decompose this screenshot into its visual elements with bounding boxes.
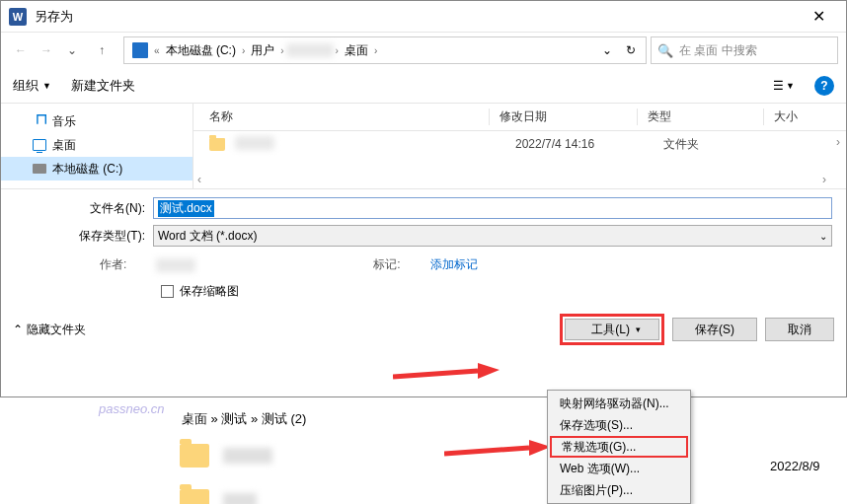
bg-breadcrumb: 桌面 » 测试 » 测试 (2) xyxy=(182,399,306,439)
nav-forward-button[interactable]: → xyxy=(35,38,58,62)
tag-label: 标记: xyxy=(373,256,400,273)
annotation-arrow-2 xyxy=(444,432,553,462)
nav-row: ← → ⌄ ↑ « 本地磁盘 (C:) › 用户 › xxxx › 桌面 › ⌄… xyxy=(1,33,846,68)
breadcrumb-disk[interactable]: 本地磁盘 (C:) xyxy=(162,42,240,59)
cancel-button[interactable]: 取消 xyxy=(765,318,834,341)
tools-dropdown: 映射网络驱动器(N)... 保存选项(S)... 常规选项(G)... Web … xyxy=(547,390,691,504)
col-header-type[interactable]: 类型 xyxy=(638,108,764,125)
bg-folder-row-2 xyxy=(180,481,257,504)
help-button[interactable]: ? xyxy=(814,76,834,96)
save-thumbnail-label: 保存缩略图 xyxy=(180,283,239,300)
nav-up-button[interactable]: ↑ xyxy=(90,38,114,62)
file-list: 名称 修改日期 类型 大小 2022/7/4 14:16 文件夹 › ‹› xyxy=(193,104,846,188)
tools-button-highlight: 工具(L) ▾ xyxy=(560,314,664,345)
footer: ⌃ 隐藏文件夹 工具(L) ▾ 保存(S) 取消 xyxy=(1,300,846,353)
form-area: 文件名(N): 测试.docx 保存类型(T): Word 文档 (*.docx… xyxy=(1,188,846,300)
view-mode-button[interactable]: ☰▼ xyxy=(773,79,795,93)
nav-history-dropdown[interactable]: ⌄ xyxy=(60,38,84,62)
row-type: 文件夹 xyxy=(654,136,780,153)
new-folder-button[interactable]: 新建文件夹 xyxy=(71,77,135,95)
refresh-button[interactable]: ↻ xyxy=(626,43,636,57)
tools-button[interactable]: 工具(L) ▾ xyxy=(565,319,659,340)
chevron-down-icon: ▾ xyxy=(636,324,641,334)
chevron-right-icon: › xyxy=(334,45,341,56)
bg-date: 2022/8/9 xyxy=(770,446,820,485)
organize-button[interactable]: 组织▼ xyxy=(13,77,51,95)
search-icon: 🔍 xyxy=(657,43,673,58)
dd-compress-pictures[interactable]: 压缩图片(P)... xyxy=(550,479,688,501)
folder-icon xyxy=(180,489,209,504)
breadcrumb-desktop[interactable]: 桌面 xyxy=(341,42,372,59)
chevron-right-icon: › xyxy=(240,45,247,56)
dd-map-network-drive[interactable]: 映射网络驱动器(N)... xyxy=(550,393,688,414)
svg-line-0 xyxy=(393,371,478,377)
dd-general-options[interactable]: 常规选项(G)... xyxy=(550,436,688,458)
dd-web-options[interactable]: Web 选项(W)... xyxy=(550,458,688,479)
sidebar-item-music[interactable]: 音乐 xyxy=(1,109,192,133)
address-dropdown[interactable]: ⌄ xyxy=(602,43,612,57)
toolbar: 组织▼ 新建文件夹 ☰▼ ? xyxy=(1,68,846,104)
search-input[interactable]: 🔍 在 桌面 中搜索 xyxy=(651,36,838,64)
svg-line-2 xyxy=(444,448,529,454)
bg-folder-row-1 xyxy=(180,436,272,475)
save-button[interactable]: 保存(S) xyxy=(672,318,757,341)
folder-tree: 音乐 桌面 本地磁盘 (C:) xyxy=(1,104,193,188)
annotation-arrow-1 xyxy=(393,355,501,385)
dialog-title: 另存为 xyxy=(35,8,799,26)
svg-marker-1 xyxy=(478,363,500,379)
author-label: 作者: xyxy=(100,256,126,273)
filename-label: 文件名(N): xyxy=(15,200,153,217)
filename-input[interactable]: 测试.docx xyxy=(153,197,832,219)
main-area: 音乐 桌面 本地磁盘 (C:) 名称 修改日期 类型 大小 2022/7/4 1… xyxy=(1,104,846,188)
savetype-select[interactable]: Word 文档 (*.docx)⌄ xyxy=(153,225,832,247)
disk-icon xyxy=(132,42,148,58)
close-button[interactable]: ✕ xyxy=(799,4,838,30)
watermark: passneo.cn xyxy=(99,401,165,416)
list-header: 名称 修改日期 类型 大小 xyxy=(193,104,846,131)
nav-arrows: ← → ⌄ ↑ xyxy=(9,38,119,62)
breadcrumb-username[interactable]: xxxx xyxy=(286,43,334,57)
table-row[interactable]: 2022/7/4 14:16 文件夹 xyxy=(193,131,846,157)
author-value[interactable] xyxy=(156,258,195,272)
nav-back-button[interactable]: ← xyxy=(9,38,33,62)
row-name xyxy=(235,136,505,153)
col-header-name[interactable]: 名称 xyxy=(193,108,490,125)
breadcrumb-user[interactable]: 用户 xyxy=(247,42,278,59)
music-icon xyxy=(33,114,46,128)
dd-save-options[interactable]: 保存选项(S)... xyxy=(550,414,688,436)
word-app-icon: W xyxy=(9,8,27,26)
chevron-right-icon: › xyxy=(278,45,285,56)
desktop-icon xyxy=(33,139,46,151)
chevron-right-icon: › xyxy=(372,45,379,56)
disk-icon xyxy=(33,164,46,174)
titlebar: W 另存为 ✕ xyxy=(1,1,846,33)
add-tag-link[interactable]: 添加标记 xyxy=(430,256,478,273)
col-header-size[interactable]: 大小 xyxy=(764,108,846,125)
col-header-date[interactable]: 修改日期 xyxy=(490,108,638,125)
scrollbar-vertical[interactable]: › xyxy=(830,131,846,188)
save-thumbnail-checkbox[interactable] xyxy=(161,285,174,298)
hide-folders-toggle[interactable]: ⌃ 隐藏文件夹 xyxy=(13,322,86,338)
save-as-dialog: W 另存为 ✕ ← → ⌄ ↑ « 本地磁盘 (C:) › 用户 › xxxx … xyxy=(0,0,847,397)
blurred-name xyxy=(223,493,257,504)
folder-icon xyxy=(180,444,209,468)
folder-icon xyxy=(209,138,225,151)
path-drop: ⌄ ↻ xyxy=(602,43,642,57)
row-date: 2022/7/4 14:16 xyxy=(505,137,654,151)
sidebar-item-local-disk[interactable]: 本地磁盘 (C:) xyxy=(1,157,192,180)
sidebar-item-desktop[interactable]: 桌面 xyxy=(1,133,192,157)
chevron-right-icon: « xyxy=(152,45,162,56)
chevron-up-icon: ⌃ xyxy=(13,323,23,336)
scrollbar-horizontal[interactable]: ‹› xyxy=(193,173,830,188)
blurred-name xyxy=(223,448,272,464)
address-bar[interactable]: « 本地磁盘 (C:) › 用户 › xxxx › 桌面 › ⌄ ↻ xyxy=(123,36,647,64)
search-placeholder: 在 桌面 中搜索 xyxy=(679,42,757,59)
savetype-label: 保存类型(T): xyxy=(15,228,153,245)
